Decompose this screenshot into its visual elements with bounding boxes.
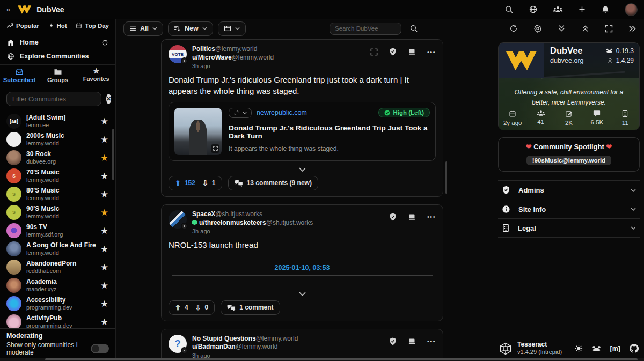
community-list-item[interactable]: [as] [Adult Swim] lemm.ee ★ (6, 112, 113, 130)
comments-button[interactable]: 1 comment (221, 300, 280, 315)
github-icon[interactable] (630, 344, 639, 353)
accordion-legal[interactable]: Legal (498, 218, 640, 238)
dubvee-logo-icon[interactable] (17, 4, 32, 15)
site-title[interactable]: DubVee (36, 5, 64, 14)
favorite-star-icon[interactable]: ★ (100, 299, 108, 308)
favorite-star-icon[interactable]: ★ (100, 117, 108, 126)
mbfc-credibility-badge[interactable]: High (Left) (378, 108, 430, 117)
thumbnail-expand-icon[interactable] (211, 144, 219, 153)
expand-all-icon[interactable] (581, 25, 589, 32)
create-post-icon[interactable] (578, 5, 586, 13)
community-list-scrollbar[interactable] (112, 129, 114, 180)
clear-filter-icon[interactable]: ✕ (106, 94, 111, 104)
sidebar-item-home[interactable]: Home (0, 35, 115, 49)
quicklink-top-day[interactable]: Top Day (76, 23, 109, 29)
post-expand-chevron-icon[interactable] (169, 167, 436, 172)
community-list-item[interactable]: ActivityPub programming.dev ★ (6, 313, 113, 328)
favorite-star-icon[interactable]: ★ (100, 172, 108, 181)
settings-gear-icon[interactable] (533, 24, 542, 33)
moderation-shield-icon[interactable] (389, 337, 397, 345)
spotlight-community-link[interactable]: !90sMusic@lemmy.world (526, 156, 611, 165)
community-list-item[interactable]: A Song Of Ice And Fire lemmy.world ★ (6, 240, 113, 258)
favorite-star-icon[interactable]: ★ (100, 245, 108, 254)
collapse-sidebar-icon[interactable]: « (4, 5, 12, 13)
community-avatar[interactable]: ? (169, 335, 187, 353)
matrix-icon[interactable]: [m] (610, 345, 620, 352)
post-user-link[interactable]: u/threelonmusketeers (199, 219, 266, 226)
sidebar-item-explore-communities[interactable]: Explore Communities (0, 49, 115, 63)
hide-sidebar-icon[interactable] (628, 25, 636, 32)
post-user-link[interactable]: u/MicroWave (192, 54, 232, 61)
post-community-link[interactable]: Politics (192, 45, 215, 53)
feed-search-input[interactable] (330, 23, 401, 35)
community-list-item[interactable]: Accessibility programming.dev ★ (6, 294, 113, 313)
accordion-site-info[interactable]: Site Info (498, 200, 640, 218)
notifications-bell-icon[interactable] (601, 5, 610, 14)
lemmy-rat-icon[interactable] (592, 345, 601, 352)
quicklink-popular[interactable]: Popular (6, 23, 39, 29)
community-list-item[interactable]: S 90'S Music lemmy.world ★ (6, 203, 113, 222)
link-actions-chip[interactable] (229, 108, 252, 118)
globe-icon[interactable] (529, 5, 538, 14)
sort-button[interactable]: New (168, 21, 213, 36)
post-title[interactable]: Donald Trump Jr.'s ridiculous Greenland … (169, 75, 436, 97)
downvote-icon[interactable]: ⇩ (202, 180, 208, 187)
community-avatar[interactable]: VOTE (169, 45, 187, 63)
refresh-icon[interactable] (101, 39, 108, 46)
communities-icon[interactable] (553, 5, 563, 13)
post-expand-chevron-icon[interactable] (169, 292, 436, 296)
post-title[interactable]: NROL-153 launch thread (169, 240, 436, 251)
accordion-admins[interactable]: Admins (498, 180, 640, 200)
community-avatar[interactable] (169, 210, 187, 229)
feed-scrollbar[interactable] (445, 161, 447, 194)
favorite-star-icon[interactable]: ★ (100, 208, 108, 217)
archive-icon[interactable] (408, 48, 416, 55)
tab-groups[interactable]: Groups (39, 68, 77, 83)
favorite-star-icon[interactable]: ★ (100, 135, 108, 144)
tab-subscribed[interactable]: Subscribed (0, 68, 39, 83)
site-logo-icon[interactable] (499, 43, 544, 78)
search-icon[interactable] (504, 5, 514, 14)
community-list-item[interactable]: 2000s Music lemmy.world ★ (6, 130, 113, 149)
community-list-item[interactable]: S 80'S Music lemmy.world ★ (6, 185, 113, 203)
downvote-icon[interactable]: ⇩ (195, 304, 201, 311)
community-list-item[interactable]: 90s TV lemmy.sdf.org ★ (6, 222, 113, 240)
view-style-button[interactable] (218, 21, 246, 36)
favorite-star-icon[interactable]: ★ (100, 153, 108, 163)
expand-post-icon[interactable] (370, 48, 378, 56)
post-menu-icon[interactable]: ••• (427, 49, 436, 55)
favorite-star-icon[interactable]: ★ (100, 226, 108, 235)
tab-favorites[interactable]: ★ Favorites (77, 68, 115, 83)
comments-button[interactable]: 13 comments (9 new) (228, 176, 318, 190)
moderation-shield-icon[interactable] (389, 48, 397, 56)
post-body-link[interactable]: 2025-01-10, 03:53 (169, 264, 436, 271)
listing-type-button[interactable]: All (123, 21, 163, 36)
community-list-item[interactable]: S 70'S Music lemmy.world ★ (6, 167, 113, 185)
moderation-shield-icon[interactable] (389, 213, 397, 221)
community-list-item[interactable]: 30 Rock dubvee.org ★ (6, 149, 113, 167)
post-community-link[interactable]: No Stupid Questions (192, 335, 256, 342)
upvote-icon[interactable]: ⇧ (175, 304, 181, 311)
user-avatar[interactable] (625, 3, 638, 16)
favorite-star-icon[interactable]: ★ (100, 190, 108, 199)
search-submit-icon[interactable] (409, 24, 418, 33)
horizontal-scrollbar[interactable] (45, 358, 638, 360)
filter-communities-input[interactable] (6, 92, 101, 106)
link-thumbnail[interactable] (174, 108, 222, 155)
refresh-feed-icon[interactable] (509, 24, 518, 33)
favorite-star-icon[interactable]: ★ (100, 318, 108, 327)
fullscreen-icon[interactable] (605, 25, 613, 33)
favorite-star-icon[interactable]: ★ (100, 281, 108, 290)
archive-icon[interactable] (408, 213, 416, 220)
community-list-item[interactable]: AbandonedPorn reddthat.com ★ (6, 258, 113, 276)
link-title[interactable]: Donald Trump Jr.'s Ridiculous Greenland … (229, 124, 430, 140)
quicklink-hot[interactable]: Hot (48, 22, 67, 29)
post-community-link[interactable]: SpaceX (192, 210, 215, 218)
favorite-star-icon[interactable]: ★ (100, 263, 108, 272)
collapse-all-icon[interactable] (558, 25, 566, 32)
upvote-icon[interactable]: ⬆ (175, 180, 181, 187)
theme-sun-icon[interactable] (575, 344, 583, 352)
post-menu-icon[interactable]: ••• (427, 338, 436, 344)
moderating-toggle[interactable] (91, 344, 109, 353)
archive-icon[interactable] (408, 338, 416, 345)
